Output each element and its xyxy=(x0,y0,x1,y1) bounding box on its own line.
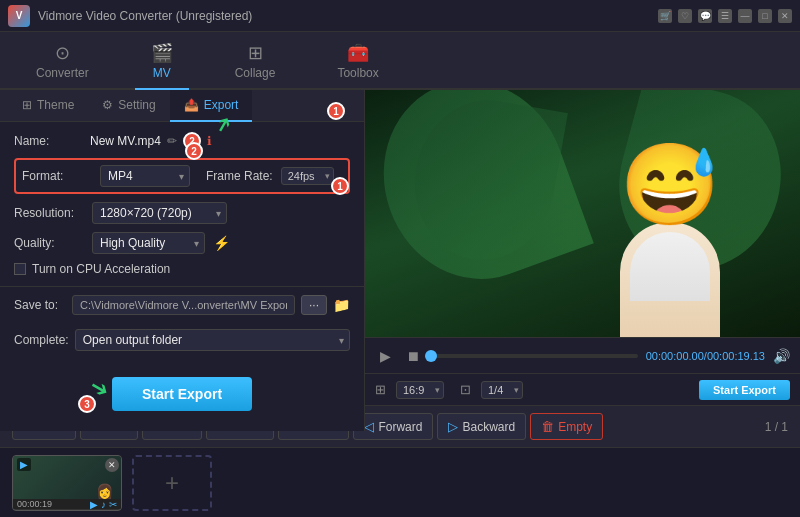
frame-rate-select[interactable]: 24fps 30fps 60fps xyxy=(281,167,334,185)
clip-time: 00:00:19 xyxy=(17,499,52,509)
save-path-input[interactable] xyxy=(72,295,295,315)
progress-bar[interactable] xyxy=(431,354,638,358)
format-frame-row: Format: MP4 MOV AVI Frame Rate: xyxy=(22,165,342,187)
menu-icon[interactable]: ☰ xyxy=(718,9,732,23)
app-logo: V xyxy=(8,5,30,27)
name-row: Name: New MV.mp4 ✏ 2 ℹ xyxy=(14,132,350,150)
reset-name-icon[interactable]: ℹ xyxy=(207,134,212,148)
empty-label: Empty xyxy=(558,420,592,434)
clip-scissors-icon: ✂ xyxy=(109,499,117,510)
badge-1: 1 xyxy=(327,102,345,120)
preview-area: 😅 xyxy=(365,90,800,337)
cart-icon[interactable]: 🛒 xyxy=(658,9,672,23)
left-panel: ⊞ Theme ⚙ Setting 📤 Export Name: New MV.… xyxy=(0,90,365,431)
resolution-select-wrapper: 1280×720 (720p) 1920×1080 (1080p) 640×48… xyxy=(92,202,227,224)
mv-icon: 🎬 xyxy=(151,42,173,64)
left-panel-wrapper: ⊞ Theme ⚙ Setting 📤 Export Name: New MV.… xyxy=(0,90,365,405)
complete-select[interactable]: Open output folder Do nothing xyxy=(75,329,350,351)
page-indicator: 1 / 1 xyxy=(765,420,788,434)
tab-export-label: Export xyxy=(204,98,239,112)
start-export-area: Start Export 3 ➔ xyxy=(0,357,364,431)
person-body xyxy=(620,222,720,337)
tab-export[interactable]: 📤 Export xyxy=(170,90,253,122)
forward-icon: ◁ xyxy=(364,419,374,434)
tab-setting-label: Setting xyxy=(118,98,155,112)
tab-theme[interactable]: ⊞ Theme xyxy=(8,90,88,122)
bluetooth-icon[interactable]: ⚡ xyxy=(213,235,230,251)
add-clip-button[interactable]: + xyxy=(132,455,212,511)
resolution-label: Resolution: xyxy=(14,206,84,220)
progress-thumb xyxy=(425,350,437,362)
frame-rate-label: Frame Rate: xyxy=(206,169,273,183)
nav-collage-label: Collage xyxy=(235,66,276,80)
title-bar: V Vidmore Video Converter (Unregistered)… xyxy=(0,0,800,32)
right-panel: 😅 ▶ ⏹ 00:00:00.00/00:00:19.13 🔊 xyxy=(365,90,800,405)
quality-level-select[interactable]: 1/4 1/2 1/1 xyxy=(481,381,523,399)
folder-icon[interactable]: 📁 xyxy=(333,297,350,313)
emoji-face: 😅 xyxy=(620,138,720,232)
backward-label: Backward xyxy=(462,420,515,434)
toolbox-icon: 🧰 xyxy=(347,42,369,64)
timeline-clip-1[interactable]: 👩 ▶ 00:00:19 ▶ ♪ ✂ ✕ xyxy=(12,455,122,511)
backward-button[interactable]: ▷ Backward xyxy=(437,413,526,440)
tab-setting[interactable]: ⚙ Setting xyxy=(88,90,169,122)
nav-mv[interactable]: 🎬 MV xyxy=(135,34,189,90)
forward-button[interactable]: ◁ Forward xyxy=(353,413,433,440)
browse-more-button[interactable]: ··· xyxy=(301,295,327,315)
maximize-button[interactable]: □ xyxy=(758,9,772,23)
stop-button[interactable]: ⏹ xyxy=(403,348,423,364)
nav-collage[interactable]: ⊞ Collage xyxy=(219,34,292,90)
resolution-select[interactable]: 1280×720 (720p) 1920×1080 (1080p) 640×48… xyxy=(92,202,227,224)
edit-name-icon[interactable]: ✏ xyxy=(167,134,177,148)
nav-toolbox[interactable]: 🧰 Toolbox xyxy=(321,34,394,90)
cpu-label: Turn on CPU Acceleration xyxy=(32,262,170,276)
frame-rate-section: Frame Rate: 24fps 30fps 60fps xyxy=(206,167,334,185)
player-bottom-right: Start Export xyxy=(699,380,790,400)
close-button[interactable]: ✕ xyxy=(778,9,792,23)
quality-select-wrapper: High Quality Medium Quality Low Quality xyxy=(92,232,205,254)
converter-icon: ⊙ xyxy=(55,42,70,64)
logo-letter: V xyxy=(16,10,23,21)
add-clip-icon: + xyxy=(165,469,179,497)
quality-icon: ⊡ xyxy=(460,382,471,397)
clip-thumb-person: 👩 xyxy=(96,483,113,499)
empty-button[interactable]: 🗑 Empty xyxy=(530,413,603,440)
preview-start-export-button[interactable]: Start Export xyxy=(699,380,790,400)
complete-select-wrapper: Open output folder Do nothing xyxy=(75,329,350,351)
frame-rate-select-wrapper: 24fps 30fps 60fps xyxy=(281,167,334,185)
resolution-row: Resolution: 1280×720 (720p) 1920×1080 (1… xyxy=(14,202,350,224)
quality-label: Quality: xyxy=(14,236,84,250)
heart-icon[interactable]: ♡ xyxy=(678,9,692,23)
forward-label: Forward xyxy=(378,420,422,434)
aspect-ratio-select[interactable]: 16:9 4:3 1:1 xyxy=(396,381,444,399)
clip-audio-icon: ♪ xyxy=(101,499,106,510)
app-title: Vidmore Video Converter (Unregistered) xyxy=(38,9,658,23)
nav-converter[interactable]: ⊙ Converter xyxy=(20,34,105,90)
chat-icon[interactable]: 💬 xyxy=(698,9,712,23)
badge-2: 2 xyxy=(183,132,201,150)
volume-icon[interactable]: 🔊 xyxy=(773,348,790,364)
player-controls: ▶ ⏹ 00:00:00.00/00:00:19.13 🔊 xyxy=(365,337,800,373)
aspect-ratio-wrapper: 16:9 4:3 1:1 xyxy=(396,381,444,399)
minimize-button[interactable]: — xyxy=(738,9,752,23)
preview-person: 😅 xyxy=(600,127,740,337)
collage-icon: ⊞ xyxy=(248,42,263,64)
nav-toolbox-label: Toolbox xyxy=(337,66,378,80)
complete-row: Complete: Open output folder Do nothing xyxy=(0,323,364,357)
start-export-button[interactable]: Start Export xyxy=(112,377,252,411)
format-select-wrapper: MP4 MOV AVI xyxy=(100,165,190,187)
quality-select[interactable]: High Quality Medium Quality Low Quality xyxy=(92,232,205,254)
window-controls: 🛒 ♡ 💬 ☰ — □ ✕ xyxy=(658,9,792,23)
play-button[interactable]: ▶ xyxy=(375,348,395,364)
name-label: Name: xyxy=(14,134,84,148)
nav-converter-label: Converter xyxy=(36,66,89,80)
clip-type-icon: ▶ xyxy=(17,458,31,471)
format-select[interactable]: MP4 MOV AVI xyxy=(100,165,190,187)
time-display: 00:00:00.00/00:00:19.13 xyxy=(646,350,765,362)
cpu-checkbox[interactable] xyxy=(14,263,26,275)
format-label: Format: xyxy=(22,169,92,183)
badge-3: 3 xyxy=(78,395,96,413)
clip-close-button[interactable]: ✕ xyxy=(105,458,119,472)
quality-level-wrapper: 1/4 1/2 1/1 xyxy=(481,381,523,399)
empty-trash-icon: 🗑 xyxy=(541,419,554,434)
